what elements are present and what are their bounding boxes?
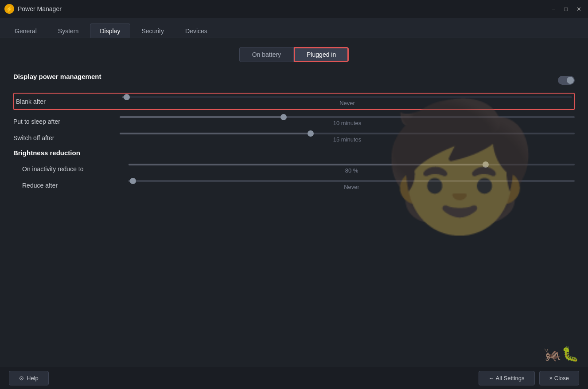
all-settings-label: ← All Settings [489, 375, 525, 381]
blank-after-slider-area: Never [122, 96, 572, 106]
put-to-sleep-label: Put to sleep after [13, 118, 120, 125]
tabbar: General System Display Security Devices [0, 18, 588, 38]
close-button[interactable]: × Close [539, 371, 579, 385]
inactivity-reduce-value: 80 % [129, 167, 575, 174]
dpm-section-title: Display power management [13, 73, 101, 80]
subtabs: On battery Plugged in [13, 47, 575, 62]
display-power-management-row: Display power management [13, 73, 575, 87]
tab-security[interactable]: Security [131, 24, 174, 38]
put-to-sleep-value: 10 minutes [120, 120, 575, 126]
decorative-bugs: 🦗🐛 [544, 346, 579, 362]
tab-system[interactable]: System [48, 24, 89, 38]
bottombar: ⊙ Help ← All Settings × Close [0, 367, 588, 389]
tab-general[interactable]: General [4, 24, 47, 38]
switch-off-track[interactable] [120, 133, 575, 134]
brightness-section-title: Brightness reduction [13, 149, 575, 157]
subtab-plugged-in[interactable]: Plugged in [294, 47, 349, 62]
put-to-sleep-slider-area: 10 minutes [120, 116, 575, 126]
blank-after-value: Never [122, 100, 572, 106]
put-to-sleep-track[interactable] [120, 116, 575, 118]
tab-display[interactable]: Display [90, 24, 131, 38]
help-icon: ⊙ [19, 375, 24, 381]
blank-after-thumb[interactable] [124, 94, 130, 100]
blank-after-track[interactable] [122, 96, 572, 98]
all-settings-button[interactable]: ← All Settings [479, 371, 535, 385]
maximize-button[interactable]: □ [562, 5, 570, 13]
switch-off-thumb[interactable] [308, 130, 314, 137]
put-to-sleep-thumb[interactable] [280, 114, 287, 120]
titlebar-controls: − □ ✕ [550, 5, 584, 13]
close-label: × Close [549, 375, 569, 381]
inactivity-reduce-slider-area: 80 % [129, 164, 575, 174]
reduce-after-track[interactable] [129, 180, 575, 182]
help-label: Help [27, 375, 39, 381]
titlebar: ⚡ Power Manager − □ ✕ [0, 0, 588, 18]
power-icon: ⚡ [4, 4, 14, 14]
blank-after-label: Blank after [16, 98, 122, 105]
put-to-sleep-row: Put to sleep after 10 minutes [13, 116, 575, 126]
reduce-after-slider-area: Never [129, 180, 575, 190]
blank-after-row: Blank after Never [13, 93, 575, 110]
titlebar-left: ⚡ Power Manager [4, 4, 62, 14]
switch-off-value: 15 minutes [120, 136, 575, 143]
inactivity-reduce-track[interactable] [129, 164, 575, 165]
subtab-on-battery[interactable]: On battery [239, 47, 294, 62]
inactivity-reduce-row: On inactivity reduce to 80 % [22, 164, 575, 174]
reduce-after-value: Never [129, 184, 575, 190]
switch-off-slider-area: 15 minutes [120, 133, 575, 143]
window-title: Power Manager [18, 5, 62, 12]
inactivity-reduce-thumb[interactable] [483, 161, 489, 168]
switch-off-row: Switch off after 15 minutes [13, 133, 575, 143]
blank-after-control: Blank after Never [16, 96, 572, 106]
main-content: On battery Plugged in Display power mana… [0, 38, 588, 205]
toggle-knob [567, 77, 574, 84]
inactivity-reduce-label: On inactivity reduce to [22, 165, 129, 173]
close-window-button[interactable]: ✕ [574, 5, 584, 13]
reduce-after-thumb[interactable] [130, 178, 136, 184]
tab-devices[interactable]: Devices [175, 24, 218, 38]
switch-off-label: Switch off after [13, 134, 120, 141]
dpm-toggle[interactable] [558, 76, 575, 85]
reduce-after-label: Reduce after [22, 182, 129, 189]
minimize-button[interactable]: − [550, 5, 558, 13]
help-button[interactable]: ⊙ Help [9, 371, 49, 385]
reduce-after-row: Reduce after Never [22, 180, 575, 190]
